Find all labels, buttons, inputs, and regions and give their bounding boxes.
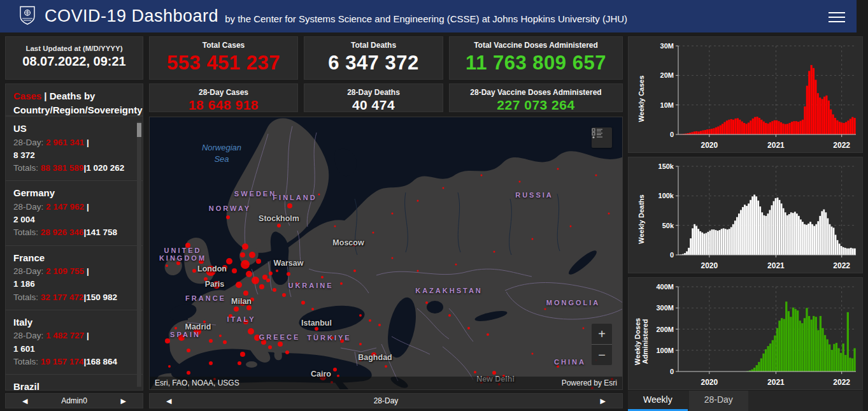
svg-text:2022: 2022 xyxy=(833,141,850,150)
hamburger-menu-icon[interactable] xyxy=(829,9,845,23)
attribution-sources: Esri, FAO, NOAA, USGS xyxy=(155,379,239,387)
svg-text:0: 0 xyxy=(670,251,674,259)
map-attribution: Esri, FAO, NOAA, USGS Powered by Esri xyxy=(150,377,622,389)
svg-text:50k: 50k xyxy=(662,222,674,229)
28day-vaccine-label: 28-Day Vaccine Doses Administered xyxy=(450,84,622,97)
country-list-item-italy[interactable]: Italy 28-Day: 1 482 727 | 1 601 Totals: … xyxy=(6,310,143,375)
jhu-shield-logo xyxy=(19,6,36,27)
page-subtitle: by the Center for Systems Science and En… xyxy=(225,13,627,24)
pager-right-icon[interactable]: ▶ xyxy=(601,397,606,405)
map-pager-label: 28-Day xyxy=(150,396,622,405)
pager-right-icon[interactable]: ▶ xyxy=(121,397,126,405)
world-map[interactable]: Norwegian SeaSWEDENFINLANDNORWAYRUSSIAUN… xyxy=(149,117,623,390)
pager-left-icon[interactable]: ◀ xyxy=(22,397,27,405)
28day-vaccine-value: 227 073 264 xyxy=(450,97,622,113)
svg-text:0: 0 xyxy=(670,368,674,375)
weekly-cases-plot: 010M20M30M202020212022 xyxy=(629,37,862,152)
zoom-in-button[interactable]: + xyxy=(592,324,612,345)
weekly-cases-axis-label: Weekly Cases xyxy=(637,67,645,131)
tab-weekly[interactable]: Weekly xyxy=(628,391,688,411)
page-title: COVID-19 Dashboard xyxy=(45,6,218,26)
country-list-item-brazil[interactable]: Brazil 28-Day: 1 371 903 | 5 143 xyxy=(6,375,143,391)
28day-deaths-label: 28-Day Deaths xyxy=(304,84,443,97)
country-list-header: Cases | Deaths byCountry/Region/Sovereig… xyxy=(6,84,143,117)
total-deaths-panel: Total Deaths 6 347 372 xyxy=(304,36,443,80)
total-deaths-value: 6 347 372 xyxy=(304,52,443,75)
weekly-doses-axis-label: Weekly Doses Administered xyxy=(634,310,649,373)
last-updated-panel: Last Updated at (M/D/YYYY) 08.07.2022, 0… xyxy=(5,36,143,80)
zoom-out-button[interactable]: − xyxy=(592,345,612,365)
map-canvas[interactable] xyxy=(150,117,623,390)
svg-text:100M: 100M xyxy=(656,347,674,354)
weekly-cases-chart: Weekly Cases 010M20M30M202020212022 xyxy=(628,36,863,153)
svg-text:20M: 20M xyxy=(660,71,674,79)
svg-text:10M: 10M xyxy=(660,101,674,109)
svg-text:2021: 2021 xyxy=(767,378,785,387)
svg-text:2022: 2022 xyxy=(833,378,850,387)
total-deaths-label: Total Deaths xyxy=(304,37,443,50)
svg-text:100k: 100k xyxy=(658,192,674,199)
28day-cases-panel: 28-Day Cases 18 648 918 xyxy=(149,83,298,112)
list-scrollbar[interactable] xyxy=(137,122,141,387)
svg-text:400M: 400M xyxy=(656,283,674,291)
country-list-item-france[interactable]: France 28-Day: 2 109 755 | 1 186 Totals:… xyxy=(6,246,143,310)
covid-dashboard: COVID-19 Dashboard by the Center for Sys… xyxy=(0,0,868,411)
svg-text:300M: 300M xyxy=(656,304,674,312)
28day-cases-value: 18 648 918 xyxy=(150,97,297,113)
svg-text:0: 0 xyxy=(670,131,674,138)
last-updated-value: 08.07.2022, 09:21 xyxy=(6,54,143,69)
svg-text:2020: 2020 xyxy=(701,141,718,150)
country-list-header-panel: Cases | Deaths byCountry/Region/Sovereig… xyxy=(5,83,143,116)
svg-text:2021: 2021 xyxy=(767,141,785,150)
28day-vaccine-panel: 28-Day Vaccine Doses Administered 227 07… xyxy=(449,83,623,112)
svg-text:2020: 2020 xyxy=(701,378,718,387)
map-zoom-control: + − xyxy=(592,324,612,365)
powered-by-esri: Powered by Esri xyxy=(562,379,617,387)
last-updated-label: Last Updated at (M/D/YYYY) xyxy=(6,37,143,52)
legend-list-icon[interactable] xyxy=(592,127,612,148)
list-scrollbar-thumb[interactable] xyxy=(137,123,141,137)
total-cases-value: 553 451 237 xyxy=(150,52,297,75)
country-list-item-germany[interactable]: Germany 28-Day: 2 147 962 | 2 004 Totals… xyxy=(6,181,143,245)
map-period-pager: ◀ 28-Day ▶ xyxy=(149,393,623,408)
28day-cases-label: 28-Day Cases xyxy=(150,84,297,97)
weekly-doses-plot: 0100M200M300M400M202020212022 xyxy=(629,278,862,389)
svg-text:200M: 200M xyxy=(656,326,674,333)
country-list-item-us[interactable]: US 28-Day: 2 961 341 | 8 372 Totals: 88 … xyxy=(6,117,143,181)
total-cases-label: Total Cases xyxy=(150,37,297,50)
weekly-deaths-axis-label: Weekly Deaths xyxy=(637,187,645,251)
total-vaccine-label: Total Vaccine Doses Administered xyxy=(450,37,622,50)
svg-text:30M: 30M xyxy=(660,42,674,50)
weekly-deaths-plot: 050k100k150k202020212022 xyxy=(629,157,862,273)
weekly-deaths-chart: Weekly Deaths 050k100k150k202020212022 xyxy=(628,157,863,273)
app-header: COVID-19 Dashboard by the Center for Sys… xyxy=(0,0,857,32)
svg-text:2022: 2022 xyxy=(833,261,850,270)
weekly-doses-chart: Weekly Doses Administered 0100M200M300M4… xyxy=(628,277,863,390)
total-vaccine-value: 11 763 809 657 xyxy=(450,52,622,75)
svg-text:2021: 2021 xyxy=(767,261,785,270)
admin-level-pager: ◀ Admin0 ▶ xyxy=(5,393,143,408)
svg-text:150k: 150k xyxy=(658,162,674,170)
country-list[interactable]: US 28-Day: 2 961 341 | 8 372 Totals: 88 … xyxy=(5,116,143,391)
total-cases-panel: Total Cases 553 451 237 xyxy=(149,36,298,80)
pager-left-icon[interactable]: ◀ xyxy=(166,397,171,405)
tab-28day[interactable]: 28-Day xyxy=(689,391,748,411)
total-vaccine-panel: Total Vaccine Doses Administered 11 763 … xyxy=(449,36,623,80)
chart-period-tabbar: Weekly 28-Day xyxy=(628,391,863,411)
svg-text:2020: 2020 xyxy=(701,261,718,270)
28day-deaths-panel: 28-Day Deaths 40 474 xyxy=(304,83,443,112)
28day-deaths-value: 40 474 xyxy=(304,97,443,113)
